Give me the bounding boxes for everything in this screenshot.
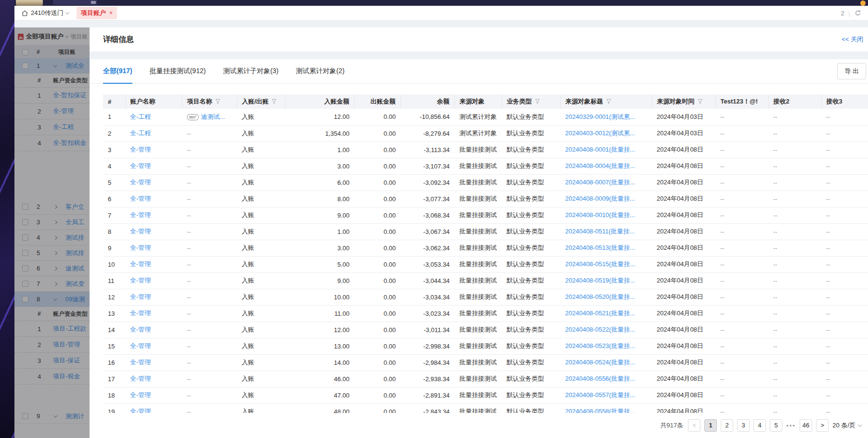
account-link[interactable]: 全-管理 bbox=[130, 146, 151, 153]
account-link[interactable]: 全-管理 bbox=[130, 277, 151, 284]
sidebar-dim-overlay[interactable] bbox=[14, 27, 90, 438]
page-button-4[interactable]: 4 bbox=[753, 419, 766, 432]
table-row[interactable]: 17全-管理--入账46.000.00-2,938.34批量挂接测试默认业务类型… bbox=[103, 371, 868, 387]
account-link[interactable]: 全-管理 bbox=[130, 408, 151, 413]
filter-icon[interactable] bbox=[215, 99, 220, 104]
detail-tab-2[interactable]: 测试累计子对象(3) bbox=[223, 67, 278, 83]
account-link[interactable]: 全-工程 bbox=[130, 129, 151, 137]
avatar[interactable] bbox=[16, 0, 43, 6]
col-header-project[interactable]: 项目名称 bbox=[182, 94, 237, 109]
col-header-direction[interactable]: 入账/出账 bbox=[237, 94, 285, 109]
source_title-link[interactable]: 20240408-0520(批量挂... bbox=[565, 293, 635, 300]
last-page-button[interactable]: 46 bbox=[800, 419, 812, 432]
prev-page-button[interactable]: < bbox=[688, 419, 700, 432]
account-link[interactable]: 全-管理 bbox=[130, 309, 151, 317]
table-row[interactable]: 19全-管理--入账48.000.00-2,843.34批量挂接测试默认业务类型… bbox=[103, 403, 868, 413]
table-row[interactable]: 1全-工程360°迪测试...入账12.000.00-10,856.64测试累计… bbox=[103, 109, 868, 125]
cell-project: -- bbox=[182, 403, 237, 413]
account-link[interactable]: 全-管理 bbox=[130, 211, 151, 219]
next-page-button[interactable]: > bbox=[816, 419, 829, 432]
account-link[interactable]: 全-管理 bbox=[130, 326, 151, 333]
account-link[interactable]: 全-管理 bbox=[130, 162, 151, 169]
filter-icon[interactable] bbox=[272, 99, 277, 104]
refresh-icon[interactable] bbox=[855, 10, 861, 16]
source_title-link[interactable]: 20240403-0012(测试累... bbox=[565, 129, 635, 137]
table-row[interactable]: 16全-管理--入账14.000.00-2,984.34批量挂接测试默认业务类型… bbox=[103, 354, 868, 371]
table-row[interactable]: 3全-管理--入账1.000.00-3,113.34批量挂接测试默认业务类型20… bbox=[103, 142, 868, 158]
detail-tab-0[interactable]: 全部(917) bbox=[103, 67, 132, 84]
col-header-source_title[interactable]: 来源对象标题 bbox=[560, 94, 652, 109]
page-button-3[interactable]: 3 bbox=[737, 419, 750, 432]
source_title-link[interactable]: 20240329-0001(测试累... bbox=[565, 113, 635, 120]
page-button-1[interactable]: 1 bbox=[704, 419, 717, 432]
table-row[interactable]: 10全-管理--入账5.000.00-3,053.34批量挂接测试默认业务类型2… bbox=[103, 256, 868, 272]
account-link[interactable]: 全-管理 bbox=[130, 228, 151, 235]
account-link[interactable]: 全-管理 bbox=[130, 260, 151, 268]
table-row[interactable]: 2全-工程--入账1,354.000.00-8,279.64测试累计对象默认业务… bbox=[103, 125, 868, 142]
account-link[interactable]: 全-管理 bbox=[130, 244, 151, 251]
source_title-link[interactable]: 20240408-0524(批量挂... bbox=[565, 359, 635, 366]
table-row[interactable]: 11全-管理--入账9.000.00-3,044.34批量挂接测试默认业务类型2… bbox=[103, 272, 868, 289]
cell-source: 批量挂接测试 bbox=[454, 354, 502, 371]
cell-recv2: -- bbox=[768, 191, 821, 207]
account-link[interactable]: 全-管理 bbox=[130, 375, 151, 382]
source_title-link[interactable]: 20240408-0010(批量挂... bbox=[565, 211, 635, 219]
cell-direction: 入账 bbox=[237, 338, 285, 354]
table-row[interactable]: 5全-管理--入账6.000.00-3,092.34批量挂接测试默认业务类型20… bbox=[103, 174, 868, 191]
page-button-2[interactable]: 2 bbox=[721, 419, 733, 432]
account-link[interactable]: 全-管理 bbox=[130, 293, 151, 300]
topbar-box[interactable] bbox=[53, 0, 97, 5]
cell-idx: 9 bbox=[103, 240, 125, 256]
chevron-down-icon[interactable] bbox=[65, 10, 69, 14]
col-header-biz_type[interactable]: 业务类型 bbox=[502, 94, 560, 109]
account-link[interactable]: 全-管理 bbox=[130, 179, 151, 186]
page-button-5[interactable]: 5 bbox=[770, 419, 782, 432]
source_title-link[interactable]: 20240408-0521(批量挂... bbox=[565, 309, 635, 317]
source_title-link[interactable]: 20240408-0001(批量挂... bbox=[565, 146, 635, 153]
source_title-link[interactable]: 20240408-0523(批量挂... bbox=[565, 342, 635, 349]
source_title-link[interactable]: 20240408-0558(批量挂... bbox=[565, 408, 635, 413]
table-row[interactable]: 7全-管理--入账9.000.00-3,068.34批量挂接测试默认业务类型20… bbox=[103, 207, 868, 223]
account-link[interactable]: 全-管理 bbox=[130, 195, 151, 202]
active-page-tab[interactable]: 项目账户 × bbox=[77, 7, 117, 19]
table-row[interactable]: 4全-管理--入账3.000.00-3,107.34批量挂接测试默认业务类型20… bbox=[103, 158, 868, 174]
close-panel-link[interactable]: << 关闭 bbox=[842, 35, 863, 44]
source_title-link[interactable]: 20240408-0009(批量挂... bbox=[565, 195, 635, 202]
table-row[interactable]: 18全-管理--入账47.000.00-2,891.34批量挂接测试默认业务类型… bbox=[103, 387, 868, 403]
table-row[interactable]: 15全-管理--入账13.000.00-2,998.34批量挂接测试默认业务类型… bbox=[103, 338, 868, 354]
filter-icon[interactable] bbox=[606, 99, 611, 104]
source_title-link[interactable]: 20240408-0557(批量挂... bbox=[565, 391, 635, 399]
source_title-link[interactable]: 20240408-0515(批量挂... bbox=[565, 260, 635, 268]
table-row[interactable]: 13全-管理--入账11.000.00-3,023.34批量挂接测试默认业务类型… bbox=[103, 305, 868, 322]
pagination-ellipsis[interactable]: ••• bbox=[786, 422, 796, 429]
account-link[interactable]: 全-管理 bbox=[130, 342, 151, 349]
source_title-link[interactable]: 20240408-0007(批量挂... bbox=[565, 179, 635, 186]
col-header-source_time[interactable]: 来源对象时间 bbox=[652, 94, 715, 109]
source_title-link[interactable]: 20240408-0519(批量挂... bbox=[565, 277, 635, 284]
source_title-link[interactable]: 20240408-0511(批量挂... bbox=[565, 228, 635, 235]
cell-source_title: 20240408-0511(批量挂... bbox=[560, 223, 652, 240]
filter-icon[interactable] bbox=[535, 99, 540, 104]
table-row[interactable]: 8全-管理--入账1.000.00-3,067.34批量挂接测试默认业务类型20… bbox=[103, 223, 868, 240]
cell-account: 全-管理 bbox=[125, 289, 182, 305]
table-row[interactable]: 14全-管理--入账12.000.00-3,011.34批量挂接测试默认业务类型… bbox=[103, 322, 868, 338]
source_title-link[interactable]: 20240408-0522(批量挂... bbox=[565, 326, 635, 333]
table-row[interactable]: 6全-管理--入账8.000.00-3,077.34批量挂接测试默认业务类型20… bbox=[103, 191, 868, 207]
account-link[interactable]: 全-管理 bbox=[130, 359, 151, 366]
source_title-link[interactable]: 20240408-0556(批量挂... bbox=[565, 375, 635, 382]
source_title-link[interactable]: 20240408-0513(批量挂... bbox=[565, 244, 635, 251]
source_title-link[interactable]: 20240408-0004(批量挂... bbox=[565, 162, 635, 169]
detail-tab-1[interactable]: 批量挂接测试(912) bbox=[150, 67, 206, 83]
project-link[interactable]: 迪测试... bbox=[201, 113, 225, 120]
home-tab[interactable]: 2410传送门 bbox=[21, 9, 69, 17]
account-link[interactable]: 全-工程 bbox=[130, 113, 151, 120]
detail-tab-3[interactable]: 测试累计对象(2) bbox=[296, 67, 345, 83]
export-button[interactable]: 导 出 bbox=[837, 63, 866, 79]
table-row[interactable]: 9全-管理--入账3.000.00-3,062.34批量挂接测试默认业务类型20… bbox=[103, 240, 868, 256]
account-link[interactable]: 全-管理 bbox=[130, 391, 151, 399]
filter-icon[interactable] bbox=[698, 99, 703, 104]
topbar-box-button[interactable] bbox=[91, 1, 96, 4]
table-row[interactable]: 12全-管理--入账10.000.00-3,034.34批量挂接测试默认业务类型… bbox=[103, 289, 868, 305]
close-tab-icon[interactable]: × bbox=[109, 10, 113, 16]
page-size-select[interactable]: 20 条/页 bbox=[832, 421, 861, 430]
